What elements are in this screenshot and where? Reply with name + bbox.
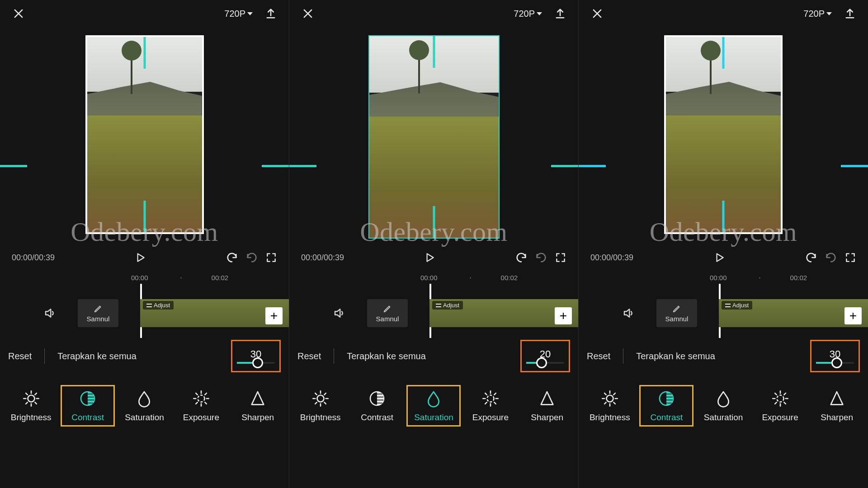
svg-point-46 bbox=[606, 395, 613, 402]
undo-button[interactable] bbox=[805, 251, 817, 264]
video-clip[interactable]: Adjust+ bbox=[429, 299, 578, 327]
adjust-sharpen[interactable]: Sharpen bbox=[231, 385, 285, 426]
adjust-saturation[interactable]: Saturation bbox=[117, 385, 171, 426]
clip-adjust-tag: Adjust bbox=[432, 301, 463, 310]
cover-label: Samnul bbox=[665, 315, 689, 323]
svg-line-45 bbox=[494, 393, 496, 395]
sliders-icon bbox=[725, 303, 731, 308]
brightness-icon bbox=[311, 389, 330, 408]
slider-track[interactable] bbox=[526, 362, 564, 364]
adjustment-toolbar: BrightnessContrastSaturationExposureShar… bbox=[0, 374, 289, 437]
adjust-tag-label: Adjust bbox=[732, 302, 749, 309]
slider-thumb[interactable] bbox=[536, 357, 547, 368]
export-icon bbox=[554, 7, 566, 20]
adjust-contrast[interactable]: Contrast bbox=[639, 385, 693, 427]
brightness-icon bbox=[22, 389, 41, 408]
adjust-contrast[interactable]: Contrast bbox=[61, 385, 115, 427]
close-button[interactable] bbox=[12, 7, 25, 20]
mute-button[interactable] bbox=[622, 306, 636, 320]
redo-button[interactable] bbox=[825, 251, 837, 264]
adjust-sharpen[interactable]: Sharpen bbox=[810, 385, 864, 426]
apply-all-button[interactable]: Terapkan ke semua bbox=[347, 351, 426, 361]
reset-button[interactable]: Reset bbox=[8, 348, 32, 364]
reset-button[interactable]: Reset bbox=[297, 348, 321, 364]
export-button[interactable] bbox=[264, 7, 277, 20]
timeline[interactable]: SamnulAdjust+ bbox=[579, 284, 868, 338]
adjust-label: Exposure bbox=[762, 413, 798, 422]
sliders-icon bbox=[436, 303, 441, 308]
slider-thumb[interactable] bbox=[252, 357, 263, 368]
top-bar: 720P bbox=[0, 0, 289, 27]
add-clip-button[interactable]: + bbox=[555, 307, 572, 324]
sharpen-icon bbox=[827, 389, 846, 408]
sharpen-icon bbox=[248, 389, 267, 408]
apply-all-button[interactable]: Terapkan ke semua bbox=[636, 351, 715, 361]
value-slider[interactable]: 30 bbox=[810, 340, 860, 372]
adjustment-toolbar: BrightnessContrastSaturationExposureShar… bbox=[579, 374, 868, 437]
chevron-down-icon bbox=[537, 12, 542, 15]
preview-area: Odebery.com bbox=[579, 27, 868, 244]
cover-button[interactable]: Samnul bbox=[78, 299, 118, 327]
adjust-exposure[interactable]: Exposure bbox=[463, 385, 518, 426]
close-button[interactable] bbox=[590, 7, 604, 20]
adjust-tag-label: Adjust bbox=[154, 302, 170, 309]
video-preview[interactable] bbox=[368, 35, 500, 239]
mute-button[interactable] bbox=[43, 306, 57, 320]
video-clip[interactable]: Adjust+ bbox=[719, 299, 868, 327]
value-slider[interactable]: 20 bbox=[520, 340, 570, 372]
adjust-saturation[interactable]: Saturation bbox=[696, 385, 750, 426]
export-button[interactable] bbox=[844, 7, 856, 20]
timeline[interactable]: SamnulAdjust+ bbox=[289, 284, 578, 338]
svg-point-60 bbox=[777, 395, 783, 402]
timeline[interactable]: SamnulAdjust+ bbox=[0, 284, 289, 338]
video-preview[interactable] bbox=[664, 35, 783, 234]
slider-thumb[interactable] bbox=[831, 357, 842, 368]
fullscreen-button[interactable] bbox=[265, 252, 277, 263]
svg-line-6 bbox=[35, 402, 37, 404]
export-button[interactable] bbox=[554, 7, 566, 20]
resolution-dropdown[interactable]: 720P bbox=[224, 9, 253, 19]
adjust-exposure[interactable]: Exposure bbox=[753, 385, 807, 426]
video-clip[interactable]: Adjust+ bbox=[140, 299, 289, 327]
undo-button[interactable] bbox=[226, 251, 238, 264]
close-button[interactable] bbox=[301, 7, 315, 20]
adjust-saturation[interactable]: Saturation bbox=[406, 385, 461, 427]
value-slider[interactable]: 30 bbox=[231, 340, 281, 372]
adjust-label: Brightness bbox=[300, 413, 341, 422]
play-button[interactable] bbox=[134, 252, 146, 263]
fullscreen-button[interactable] bbox=[555, 252, 566, 263]
apply-all-button[interactable]: Terapkan ke semua bbox=[57, 351, 137, 361]
redo-button[interactable] bbox=[535, 251, 547, 264]
resolution-dropdown[interactable]: 720P bbox=[514, 9, 542, 19]
add-clip-button[interactable]: + bbox=[844, 307, 862, 324]
guide-top bbox=[722, 37, 725, 69]
fullscreen-button[interactable] bbox=[844, 252, 856, 263]
top-bar: 720P bbox=[289, 0, 578, 27]
play-button[interactable] bbox=[713, 252, 725, 263]
cover-button[interactable]: Samnul bbox=[367, 299, 408, 327]
adjust-label: Sharpen bbox=[241, 413, 274, 422]
adjust-sharpen[interactable]: Sharpen bbox=[520, 385, 574, 426]
guide-top bbox=[433, 36, 435, 68]
slider-track[interactable] bbox=[237, 362, 275, 364]
redo-button[interactable] bbox=[245, 251, 258, 264]
slider-track[interactable] bbox=[816, 362, 854, 364]
mute-button[interactable] bbox=[333, 306, 346, 320]
pencil-icon bbox=[382, 304, 392, 314]
cover-button[interactable]: Samnul bbox=[656, 299, 697, 327]
play-button[interactable] bbox=[424, 252, 435, 263]
svg-line-29 bbox=[324, 402, 326, 404]
resolution-dropdown[interactable]: 720P bbox=[803, 9, 832, 19]
undo-button[interactable] bbox=[515, 251, 528, 264]
guide-right bbox=[551, 165, 578, 167]
reset-button[interactable]: Reset bbox=[587, 348, 610, 364]
adjust-contrast[interactable]: Contrast bbox=[350, 385, 404, 426]
video-preview[interactable] bbox=[85, 35, 204, 234]
add-clip-button[interactable]: + bbox=[265, 307, 283, 324]
adjust-brightness[interactable]: Brightness bbox=[583, 385, 637, 426]
exposure-icon bbox=[192, 389, 211, 408]
svg-line-67 bbox=[775, 402, 777, 404]
adjust-brightness[interactable]: Brightness bbox=[293, 385, 348, 426]
adjust-brightness[interactable]: Brightness bbox=[4, 385, 58, 426]
adjust-exposure[interactable]: Exposure bbox=[174, 385, 228, 426]
